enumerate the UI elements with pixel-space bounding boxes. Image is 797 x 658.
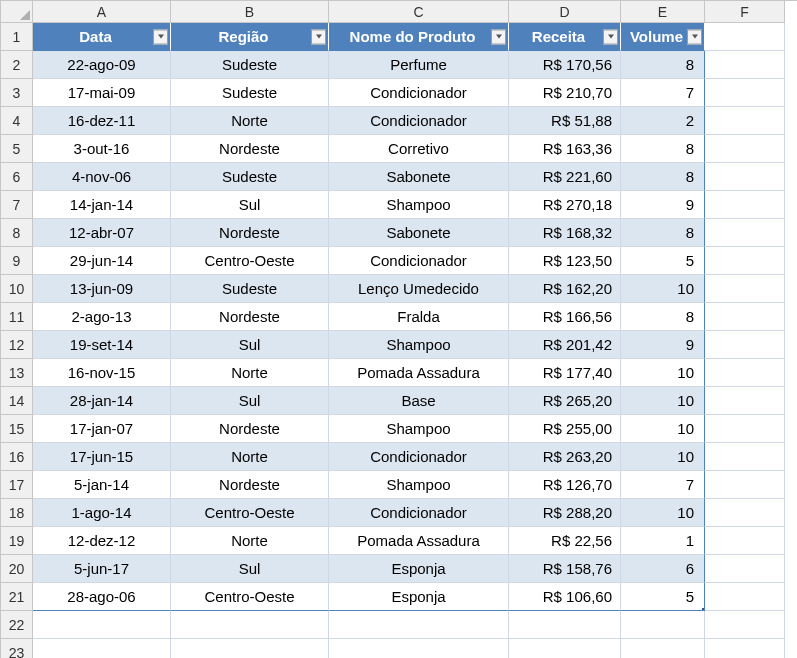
cell-volume[interactable]: 5 xyxy=(621,247,705,275)
cell-volume[interactable]: 7 xyxy=(621,471,705,499)
column-header-F[interactable]: F xyxy=(705,1,785,23)
cell-F19[interactable] xyxy=(705,527,785,555)
cell-produto[interactable]: Condicionador xyxy=(329,247,509,275)
cell-receita[interactable]: R$ 255,00 xyxy=(509,415,621,443)
select-all-corner[interactable] xyxy=(1,1,33,23)
filter-dropdown-icon[interactable] xyxy=(687,29,702,44)
cell-data[interactable]: 2-ago-13 xyxy=(33,303,171,331)
column-header-C[interactable]: C xyxy=(329,1,509,23)
cell-receita[interactable]: R$ 162,20 xyxy=(509,275,621,303)
column-header-D[interactable]: D xyxy=(509,1,621,23)
cell-produto[interactable]: Esponja xyxy=(329,555,509,583)
cell-produto[interactable]: Shampoo xyxy=(329,471,509,499)
cell-regiao[interactable]: Centro-Oeste xyxy=(171,499,329,527)
table-header-nome-do-produto[interactable]: Nome do Produto xyxy=(329,23,509,51)
cell-F11[interactable] xyxy=(705,303,785,331)
row-header-13[interactable]: 13 xyxy=(1,359,33,387)
cell-receita[interactable]: R$ 163,36 xyxy=(509,135,621,163)
cell-receita[interactable]: R$ 265,20 xyxy=(509,387,621,415)
cell-volume[interactable]: 8 xyxy=(621,135,705,163)
cell-F10[interactable] xyxy=(705,275,785,303)
row-header-20[interactable]: 20 xyxy=(1,555,33,583)
cell-empty[interactable] xyxy=(705,611,785,639)
cell-data[interactable]: 3-out-16 xyxy=(33,135,171,163)
cell-volume[interactable]: 10 xyxy=(621,275,705,303)
cell-volume[interactable]: 10 xyxy=(621,387,705,415)
filter-dropdown-icon[interactable] xyxy=(311,29,326,44)
cell-regiao[interactable]: Sudeste xyxy=(171,163,329,191)
cell-F8[interactable] xyxy=(705,219,785,247)
cell-data[interactable]: 17-mai-09 xyxy=(33,79,171,107)
row-header-3[interactable]: 3 xyxy=(1,79,33,107)
cell-volume[interactable]: 8 xyxy=(621,303,705,331)
row-header-8[interactable]: 8 xyxy=(1,219,33,247)
filter-dropdown-icon[interactable] xyxy=(491,29,506,44)
cell-regiao[interactable]: Nordeste xyxy=(171,415,329,443)
cell-receita[interactable]: R$ 106,60 xyxy=(509,583,621,611)
cell-volume[interactable]: 8 xyxy=(621,163,705,191)
cell-data[interactable]: 14-jan-14 xyxy=(33,191,171,219)
cell-receita[interactable]: R$ 22,56 xyxy=(509,527,621,555)
cell-empty[interactable] xyxy=(621,611,705,639)
column-header-E[interactable]: E xyxy=(621,1,705,23)
spreadsheet-grid[interactable]: ABCDEF1DataRegiãoNome do ProdutoReceitaV… xyxy=(0,0,797,658)
cell-regiao[interactable]: Sudeste xyxy=(171,51,329,79)
cell-produto[interactable]: Condicionador xyxy=(329,79,509,107)
cell-produto[interactable]: Lenço Umedecido xyxy=(329,275,509,303)
cell-produto[interactable]: Shampoo xyxy=(329,415,509,443)
cell-receita[interactable]: R$ 126,70 xyxy=(509,471,621,499)
cell-produto[interactable]: Base xyxy=(329,387,509,415)
cell-F6[interactable] xyxy=(705,163,785,191)
cell-data[interactable]: 17-jan-07 xyxy=(33,415,171,443)
cell-produto[interactable]: Pomada Assadura xyxy=(329,359,509,387)
cell-regiao[interactable]: Sul xyxy=(171,191,329,219)
cell-data[interactable]: 16-dez-11 xyxy=(33,107,171,135)
table-header-volume[interactable]: Volume xyxy=(621,23,705,51)
cell-regiao[interactable]: Nordeste xyxy=(171,135,329,163)
cell-regiao[interactable]: Nordeste xyxy=(171,219,329,247)
cell-F7[interactable] xyxy=(705,191,785,219)
cell-data[interactable]: 12-dez-12 xyxy=(33,527,171,555)
cell-F17[interactable] xyxy=(705,471,785,499)
cell-volume[interactable]: 2 xyxy=(621,107,705,135)
cell-empty[interactable] xyxy=(509,611,621,639)
cell-data[interactable]: 13-jun-09 xyxy=(33,275,171,303)
row-header-1[interactable]: 1 xyxy=(1,23,33,51)
cell-volume[interactable]: 10 xyxy=(621,415,705,443)
cell-regiao[interactable]: Sul xyxy=(171,555,329,583)
cell-volume[interactable]: 10 xyxy=(621,443,705,471)
cell-regiao[interactable]: Centro-Oeste xyxy=(171,583,329,611)
cell-F1[interactable] xyxy=(705,23,785,51)
cell-volume[interactable]: 9 xyxy=(621,331,705,359)
cell-volume[interactable]: 9 xyxy=(621,191,705,219)
cell-empty[interactable] xyxy=(171,639,329,658)
cell-F5[interactable] xyxy=(705,135,785,163)
cell-data[interactable]: 17-jun-15 xyxy=(33,443,171,471)
cell-data[interactable]: 12-abr-07 xyxy=(33,219,171,247)
cell-regiao[interactable]: Nordeste xyxy=(171,471,329,499)
cell-regiao[interactable]: Sul xyxy=(171,331,329,359)
row-header-15[interactable]: 15 xyxy=(1,415,33,443)
row-header-7[interactable]: 7 xyxy=(1,191,33,219)
cell-data[interactable]: 22-ago-09 xyxy=(33,51,171,79)
cell-regiao[interactable]: Sul xyxy=(171,387,329,415)
cell-empty[interactable] xyxy=(33,639,171,658)
cell-empty[interactable] xyxy=(33,611,171,639)
cell-F14[interactable] xyxy=(705,387,785,415)
row-header-5[interactable]: 5 xyxy=(1,135,33,163)
cell-empty[interactable] xyxy=(329,611,509,639)
column-header-A[interactable]: A xyxy=(33,1,171,23)
cell-receita[interactable]: R$ 158,76 xyxy=(509,555,621,583)
cell-F21[interactable] xyxy=(705,583,785,611)
cell-F4[interactable] xyxy=(705,107,785,135)
cell-volume[interactable]: 1 xyxy=(621,527,705,555)
cell-receita[interactable]: R$ 170,56 xyxy=(509,51,621,79)
row-header-17[interactable]: 17 xyxy=(1,471,33,499)
cell-regiao[interactable]: Norte xyxy=(171,443,329,471)
cell-receita[interactable]: R$ 288,20 xyxy=(509,499,621,527)
cell-empty[interactable] xyxy=(705,639,785,658)
cell-data[interactable]: 29-jun-14 xyxy=(33,247,171,275)
row-header-16[interactable]: 16 xyxy=(1,443,33,471)
filter-dropdown-icon[interactable] xyxy=(153,29,168,44)
cell-regiao[interactable]: Norte xyxy=(171,359,329,387)
